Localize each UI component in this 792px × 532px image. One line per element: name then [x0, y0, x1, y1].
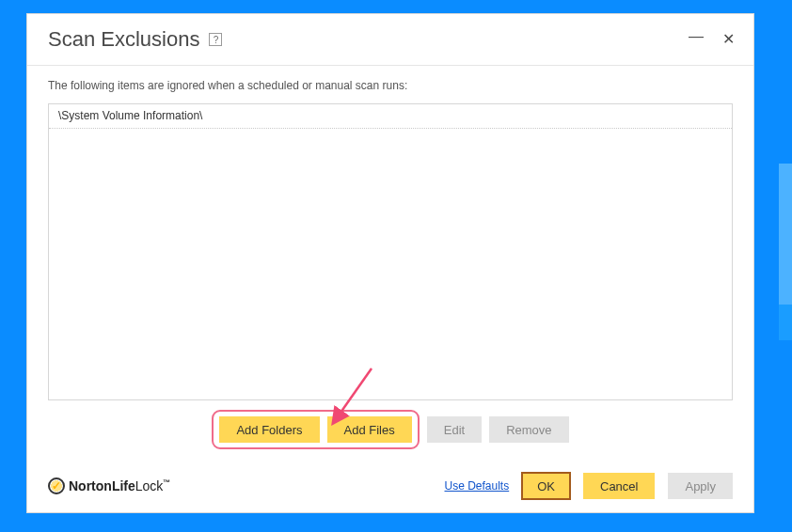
brand-light: Lock: [135, 478, 164, 493]
title-left: Scan Exclusions ?: [48, 27, 222, 52]
use-defaults-link[interactable]: Use Defaults: [445, 479, 510, 493]
list-actions: Add Folders Add Files Edit Remove: [48, 410, 733, 449]
window-controls: — ✕: [689, 32, 740, 47]
minimize-icon[interactable]: —: [689, 29, 704, 44]
add-folders-button[interactable]: Add Folders: [219, 416, 319, 443]
edit-button: Edit: [427, 416, 482, 443]
help-icon[interactable]: ?: [209, 33, 222, 46]
brand-text: NortonLifeLock™: [69, 478, 170, 493]
description-text: The following items are ignored when a s…: [48, 79, 733, 92]
footer-right: Use Defaults OK Cancel Apply: [445, 473, 734, 499]
apply-button: Apply: [668, 473, 733, 499]
dialog-footer: ✓ NortonLifeLock™ Use Defaults OK Cancel…: [27, 463, 753, 512]
cancel-button[interactable]: Cancel: [583, 473, 655, 499]
annotation-highlight: Add Folders Add Files: [212, 410, 419, 449]
norton-check-icon: ✓: [48, 477, 65, 494]
brand-logo: ✓ NortonLifeLock™: [48, 477, 170, 494]
brand-strong: NortonLife: [69, 478, 135, 493]
desktop-accent: [779, 164, 792, 305]
ok-button[interactable]: OK: [522, 473, 570, 499]
remove-button: Remove: [489, 416, 568, 443]
dialog-content: The following items are ignored when a s…: [27, 66, 753, 463]
dialog-title: Scan Exclusions: [48, 27, 199, 52]
desktop-accent: [779, 305, 792, 340]
exclusions-list[interactable]: \System Volume Information\: [48, 103, 733, 400]
add-files-button[interactable]: Add Files: [327, 416, 412, 443]
list-item[interactable]: \System Volume Information\: [49, 104, 732, 129]
trademark-icon: ™: [163, 478, 170, 487]
title-bar: Scan Exclusions ? — ✕: [27, 14, 753, 66]
exclusion-path: \System Volume Information\: [58, 109, 202, 122]
close-icon[interactable]: ✕: [722, 32, 735, 47]
dialog-window: Scan Exclusions ? — ✕ The following item…: [26, 13, 754, 513]
